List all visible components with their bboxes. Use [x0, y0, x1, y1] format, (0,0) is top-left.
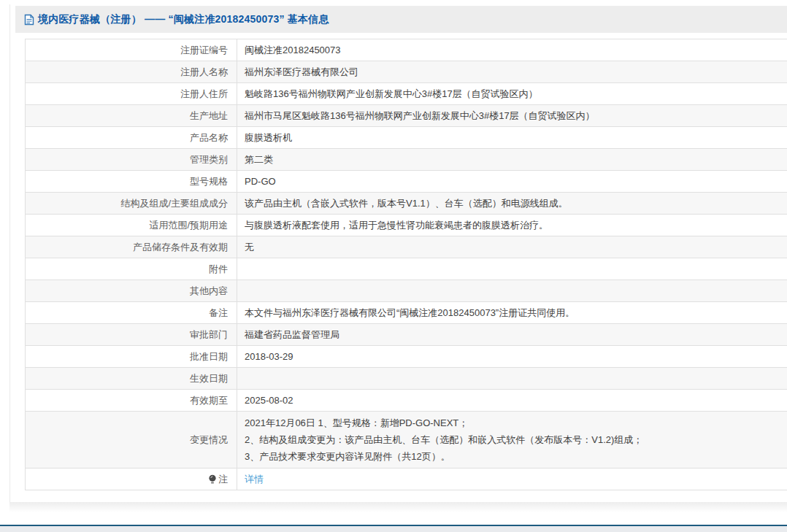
row-value: 福州东泽医疗器械有限公司: [237, 61, 787, 83]
table-row: 审批部门 福建省药品监督管理局: [26, 324, 787, 346]
table-row: 注册证编号 闽械注准20182450073: [26, 39, 787, 61]
panel-bottom-shadow: [9, 502, 787, 512]
row-value: 无: [237, 236, 787, 258]
row-label: 其他内容: [190, 285, 228, 296]
detail-link[interactable]: 详情: [245, 474, 264, 485]
row-value: 福建省药品监督管理局: [237, 324, 787, 346]
row-label: 批准日期: [190, 351, 228, 362]
row-value: 2021年12月06日 1、型号规格：新增PD-GO-NEXT；2、结构及组成变…: [237, 412, 787, 469]
table-row: 注 详情: [26, 469, 787, 490]
table-row: 有效期至 2025-08-02: [26, 390, 787, 412]
row-value: 魁岐路136号福州物联网产业创新发展中心3#楼17层（自贸试验区内）: [237, 83, 787, 105]
row-label: 备注: [209, 307, 228, 318]
row-label: 产品名称: [190, 132, 228, 143]
registration-table: 注册证编号 闽械注准20182450073 注册人名称 福州东泽医疗器械有限公司: [25, 39, 787, 490]
page-header: 境内医疗器械（注册） —— “闽械注准20182450073” 基本信息: [15, 6, 787, 33]
table-row: 适用范围/预期用途 与腹膜透析液配套使用，适用于急慢性肾功能衰竭患者的腹膜透析治…: [26, 215, 787, 236]
row-label: 管理类别: [190, 154, 228, 165]
table-row: 生产地址 福州市马尾区魁岐路136号福州物联网产业创新发展中心3#楼17层（自贸…: [26, 105, 787, 127]
row-label: 变更情况: [190, 434, 228, 445]
row-label: 生产地址: [190, 110, 228, 121]
table-row: 结构及组成/主要组成成分 该产品由主机（含嵌入式软件，版本号V1.1）、台车（选…: [26, 193, 787, 215]
row-label: 有效期至: [190, 395, 228, 406]
row-label: 注: [218, 474, 228, 485]
table-row: 产品储存条件及有效期 无: [26, 236, 787, 258]
page-title: 境内医疗器械（注册） —— “闽械注准20182450073” 基本信息: [38, 13, 329, 26]
row-value: 详情: [237, 469, 787, 490]
registration-table-body: 注册证编号 闽械注准20182450073 注册人名称 福州东泽医疗器械有限公司: [26, 39, 787, 490]
row-value: 福州市马尾区魁岐路136号福州物联网产业创新发展中心3#楼17层（自贸试验区内）: [237, 105, 787, 127]
registration-detail-page: 境内医疗器械（注册） —— “闽械注准20182450073” 基本信息 注册证…: [0, 0, 787, 532]
row-label: 附件: [209, 263, 228, 274]
row-label: 适用范围/预期用途: [149, 220, 228, 231]
row-value: 2025-08-02: [237, 390, 787, 412]
footer-bar: [0, 525, 787, 532]
document-icon: [24, 14, 34, 26]
row-value: [237, 368, 787, 390]
table-row: 注册人名称 福州东泽医疗器械有限公司: [26, 61, 787, 83]
table-row: 生效日期: [26, 368, 787, 390]
row-value: [237, 280, 787, 302]
table-row: 管理类别 第二类: [26, 149, 787, 171]
row-label: 产品储存条件及有效期: [133, 242, 228, 252]
row-value: [237, 258, 787, 280]
table-row: 其他内容: [26, 280, 787, 302]
table-row: 注册人住所 魁岐路136号福州物联网产业创新发展中心3#楼17层（自贸试验区内）: [26, 83, 787, 105]
row-value: 闽械注准20182450073: [237, 39, 787, 61]
row-value: 本文件与福州东泽医疗器械有限公司“闽械注准20182450073”注册证共同使用…: [237, 302, 787, 324]
table-row: 批准日期 2018-03-29: [26, 346, 787, 368]
content-panel: 境内医疗器械（注册） —— “闽械注准20182450073” 基本信息 注册证…: [9, 4, 787, 502]
table-row: 型号规格 PD-GO: [26, 171, 787, 193]
row-label: 结构及组成/主要组成成分: [120, 198, 228, 209]
row-value: 腹膜透析机: [237, 127, 787, 149]
row-label: 注册证编号: [180, 45, 228, 55]
row-label: 生效日期: [190, 373, 228, 384]
row-label: 审批部门: [190, 329, 228, 340]
row-label: 注册人名称: [180, 66, 228, 77]
bulb-icon: [208, 474, 217, 486]
table-row: 产品名称 腹膜透析机: [26, 127, 787, 149]
row-label: 型号规格: [190, 176, 228, 187]
row-value: 该产品由主机（含嵌入式软件，版本号V1.1）、台车（选配）和电源线组成。: [237, 193, 787, 215]
table-row: 备注 本文件与福州东泽医疗器械有限公司“闽械注准20182450073”注册证共…: [26, 302, 787, 324]
row-label: 注册人住所: [180, 88, 228, 99]
row-value: 与腹膜透析液配套使用，适用于急慢性肾功能衰竭患者的腹膜透析治疗。: [237, 215, 787, 236]
row-value: PD-GO: [237, 171, 787, 193]
row-value: 2018-03-29: [237, 346, 787, 368]
table-row: 变更情况 2021年12月06日 1、型号规格：新增PD-GO-NEXT；2、结…: [26, 412, 787, 469]
row-value: 第二类: [237, 149, 787, 171]
table-row: 附件: [26, 258, 787, 280]
